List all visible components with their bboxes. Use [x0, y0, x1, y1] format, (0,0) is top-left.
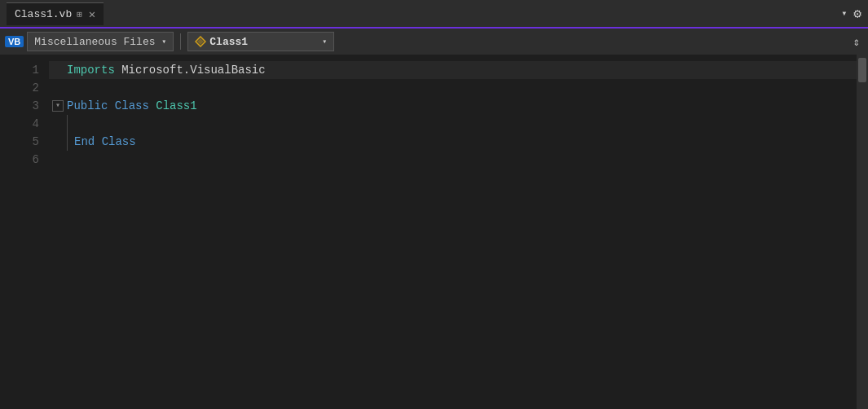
close-icon[interactable]: ✕ [89, 7, 95, 21]
vb-badge: VB [5, 36, 24, 47]
imports-value: Microsoft.VisualBasic [115, 61, 266, 79]
settings-icon[interactable]: ⚙ [853, 6, 861, 22]
pin-icon[interactable]: ⊞ [77, 9, 82, 20]
scope-dropdown-arrow: ▾ [161, 37, 166, 46]
fold-bar-4 [67, 115, 68, 133]
class-name: Class1 [156, 97, 196, 115]
class-icon [195, 36, 206, 47]
vertical-scrollbar[interactable] [857, 55, 868, 409]
scope-dropdown[interactable]: Miscellaneous Files ▾ [27, 32, 174, 51]
toolbar-right: ⇕ [850, 33, 863, 51]
code-line-3[interactable]: ▾ Public Class Class1 [49, 97, 857, 115]
code-line-2[interactable] [49, 79, 857, 97]
class-diamond-icon [195, 36, 206, 47]
class-keyword-end: Class [102, 133, 136, 151]
class-dropdown[interactable]: Class1 ▾ [187, 32, 334, 51]
tab-label: Class1.vb [15, 8, 72, 20]
scope-label: Miscellaneous Files [34, 36, 155, 48]
code-line-6[interactable] [49, 151, 857, 169]
imports-keyword: Imports [67, 61, 115, 79]
code-line-5[interactable]: End Class [49, 133, 857, 151]
collapse-button-3[interactable]: ▾ [52, 100, 64, 112]
line-num-1: 1 [0, 61, 39, 79]
expand-button[interactable]: ⇕ [850, 33, 863, 51]
class-keyword: Class [115, 97, 149, 115]
title-bar-right: ▾ ⚙ [841, 6, 861, 22]
public-keyword: Public [67, 97, 108, 115]
space-1 [108, 97, 114, 115]
space-2 [149, 97, 156, 115]
line-num-4: 4 [0, 115, 39, 133]
code-area: 1 2 3 4 5 6 Imports Microsoft.VisualBasi… [0, 55, 868, 409]
line-num-2: 2 [0, 79, 39, 97]
code-line-4[interactable] [49, 115, 857, 133]
class-dropdown-arrow: ▾ [322, 37, 327, 46]
line-num-5: 5 [0, 133, 39, 151]
line-num-3: 3 [0, 97, 39, 115]
window-dropdown-arrow[interactable]: ▾ [841, 7, 847, 20]
code-content[interactable]: Imports Microsoft.VisualBasic ▾ Public C… [49, 55, 857, 409]
line-num-6: 6 [0, 151, 39, 169]
code-line-1[interactable]: Imports Microsoft.VisualBasic [49, 61, 857, 79]
class-label: Class1 [209, 36, 248, 48]
space-3 [95, 133, 101, 151]
scrollbar-thumb[interactable] [858, 58, 866, 82]
toolbar-separator [180, 33, 181, 50]
line-numbers: 1 2 3 4 5 6 [0, 55, 49, 409]
fold-bar-5 [67, 133, 68, 151]
end-keyword: End [74, 133, 95, 151]
editor-toolbar: VB Miscellaneous Files ▾ Class1 ▾ ⇕ [0, 29, 868, 55]
tab-class1[interactable]: Class1.vb ⊞ ✕ [7, 2, 104, 25]
title-bar: Class1.vb ⊞ ✕ ▾ ⚙ [0, 0, 868, 29]
